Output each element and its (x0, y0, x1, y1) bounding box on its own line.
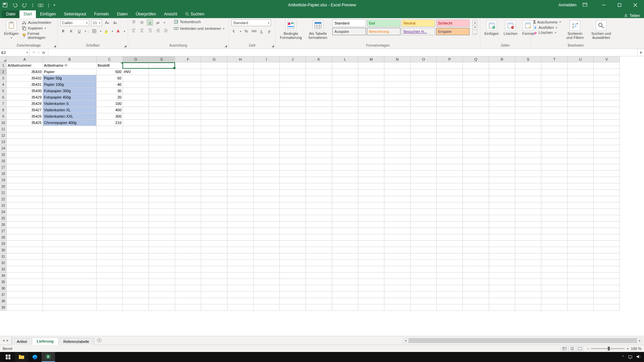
cell-L39[interactable] (332, 304, 358, 311)
cell-F35[interactable] (175, 279, 201, 285)
cell-E28[interactable] (149, 234, 175, 241)
tab-ansicht[interactable]: Ansicht (160, 10, 181, 18)
cell-V2[interactable] (594, 69, 620, 75)
cell-G1[interactable] (201, 62, 227, 69)
cell-G30[interactable] (201, 247, 227, 253)
cell-C15[interactable] (97, 152, 123, 158)
cell-L36[interactable] (332, 285, 358, 292)
cell-M37[interactable] (358, 292, 384, 298)
cell-P15[interactable] (437, 152, 463, 158)
hscroll-track[interactable] (409, 338, 637, 343)
cell-N37[interactable] (384, 292, 411, 298)
cell-P13[interactable] (437, 139, 463, 145)
cell-S29[interactable] (515, 241, 541, 247)
cell-C12[interactable] (97, 132, 123, 139)
col-header-R[interactable]: R (489, 56, 515, 62)
close-button[interactable] (628, 0, 643, 10)
cell-T24[interactable] (541, 209, 568, 215)
cell-V5[interactable] (594, 88, 620, 94)
cell-F2[interactable] (175, 69, 201, 75)
cell-K7[interactable] (306, 101, 332, 107)
cell-C6[interactable]: 20 (97, 94, 123, 101)
cell-F37[interactable] (175, 292, 201, 298)
cell-L28[interactable] (332, 234, 358, 241)
cell-U1[interactable] (568, 62, 594, 69)
cell-I31[interactable] (254, 253, 280, 260)
cell-I18[interactable] (254, 171, 280, 177)
cell-K20[interactable] (306, 183, 332, 190)
cell-L3[interactable] (332, 75, 358, 81)
cell-D1[interactable] (123, 62, 149, 69)
cell-B11[interactable] (43, 126, 97, 132)
cell-R30[interactable] (489, 247, 515, 253)
cell-U28[interactable] (568, 234, 594, 241)
cell-H23[interactable] (227, 202, 254, 209)
cell-G18[interactable] (201, 171, 227, 177)
cell-M7[interactable] (358, 101, 384, 107)
cell-Q7[interactable] (463, 101, 489, 107)
tab-suchen[interactable]: Suchen (181, 10, 208, 18)
cell-P30[interactable] (437, 247, 463, 253)
cell-E9[interactable] (149, 113, 175, 120)
cell-G19[interactable] (201, 177, 227, 183)
cell-O31[interactable] (411, 253, 437, 260)
cell-A16[interactable] (7, 158, 43, 164)
cell-S18[interactable] (515, 171, 541, 177)
cell-U18[interactable] (568, 171, 594, 177)
cell-H7[interactable] (227, 101, 254, 107)
cell-M4[interactable] (358, 81, 384, 88)
cell-H14[interactable] (227, 145, 254, 152)
cell-L37[interactable] (332, 292, 358, 298)
cell-N21[interactable] (384, 190, 411, 196)
row-header-38[interactable]: 38 (0, 298, 7, 304)
cell-M23[interactable] (358, 202, 384, 209)
cell-C32[interactable] (97, 260, 123, 266)
cell-Q24[interactable] (463, 209, 489, 215)
cell-S16[interactable] (515, 158, 541, 164)
cell-T7[interactable] (541, 101, 568, 107)
cell-P7[interactable] (437, 101, 463, 107)
cell-T34[interactable] (541, 273, 568, 279)
cell-I19[interactable] (254, 177, 280, 183)
cell-Q22[interactable] (463, 196, 489, 202)
row-header-6[interactable]: 6 (0, 94, 7, 101)
cell-D21[interactable] (123, 190, 149, 196)
cell-N15[interactable] (384, 152, 411, 158)
cell-T10[interactable] (541, 120, 568, 126)
maximize-button[interactable] (612, 0, 627, 10)
cell-M5[interactable] (358, 88, 384, 94)
cell-Q34[interactable] (463, 273, 489, 279)
cell-V9[interactable] (594, 113, 620, 120)
cell-S5[interactable] (515, 88, 541, 94)
cell-O1[interactable] (411, 62, 437, 69)
cell-U23[interactable] (568, 202, 594, 209)
cell-U4[interactable] (568, 81, 594, 88)
cell-C24[interactable] (97, 209, 123, 215)
cell-C7[interactable]: 100 (97, 101, 123, 107)
cell-T22[interactable] (541, 196, 568, 202)
cell-D6[interactable] (123, 94, 149, 101)
cell-A4[interactable]: 35431 (7, 81, 43, 88)
cell-I1[interactable] (254, 62, 280, 69)
cell-B28[interactable] (43, 234, 97, 241)
col-header-F[interactable]: F (175, 56, 201, 62)
cell-O38[interactable] (411, 298, 437, 304)
row-header-29[interactable]: 29 (0, 241, 7, 247)
cell-G9[interactable] (201, 113, 227, 120)
cell-I11[interactable] (254, 126, 280, 132)
cell-S23[interactable] (515, 202, 541, 209)
cell-V1[interactable] (594, 62, 620, 69)
cell-G13[interactable] (201, 139, 227, 145)
cell-D15[interactable] (123, 152, 149, 158)
taskbar-excel-icon[interactable]: X (42, 352, 55, 362)
cell-R2[interactable] (489, 69, 515, 75)
cell-S24[interactable] (515, 209, 541, 215)
cell-H11[interactable] (227, 126, 254, 132)
cell-B35[interactable] (43, 279, 97, 285)
cell-O9[interactable] (411, 113, 437, 120)
cell-G2[interactable] (201, 69, 227, 75)
cell-O5[interactable] (411, 88, 437, 94)
taskbar-edge-icon[interactable] (28, 352, 42, 362)
cell-P8[interactable] (437, 107, 463, 113)
cell-Q27[interactable] (463, 228, 489, 234)
